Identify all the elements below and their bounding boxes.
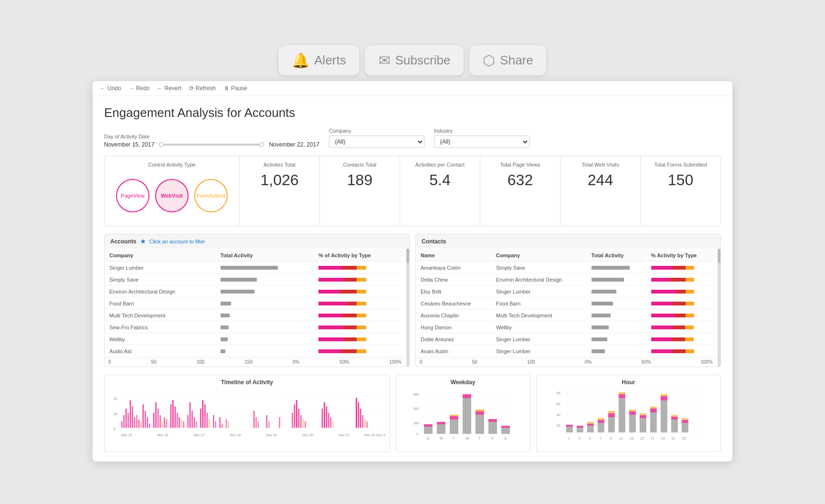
svg-rect-58 xyxy=(296,400,297,428)
table-row[interactable]: Singer Lumber xyxy=(106,262,404,273)
svg-rect-142 xyxy=(629,410,635,411)
page-views-card: Total Page Views 632 xyxy=(480,156,561,226)
contacts-total-card: Contacts Total 189 xyxy=(320,156,400,226)
alerts-button[interactable]: 🔔 Alerts xyxy=(278,45,359,75)
activities-per-contact-title: Activities per Contact xyxy=(408,162,472,168)
svg-rect-153 xyxy=(671,417,677,420)
svg-rect-132 xyxy=(597,420,604,423)
svg-text:9: 9 xyxy=(610,437,612,440)
date-filter-label: Day of Activity Date xyxy=(104,134,319,139)
date-start: November 15, 2017 xyxy=(104,141,154,148)
svg-rect-126 xyxy=(576,428,583,432)
svg-rect-62 xyxy=(305,421,306,427)
svg-rect-56 xyxy=(292,413,293,428)
table-row[interactable]: Amankaya ColónSimply Save xyxy=(417,262,716,273)
refresh-icon: ⟳ xyxy=(189,85,194,92)
svg-rect-143 xyxy=(639,418,646,432)
svg-text:11: 11 xyxy=(619,437,623,440)
share-icon: ⬡ xyxy=(483,52,495,69)
table-row[interactable]: Food Barn xyxy=(106,298,404,309)
svg-rect-29 xyxy=(174,406,176,428)
revert-button[interactable]: ← Revert xyxy=(157,85,181,92)
svg-rect-6 xyxy=(121,421,123,427)
svg-text:Nov 17: Nov 17 xyxy=(194,433,205,437)
refresh-button[interactable]: ⟳ Refresh xyxy=(189,85,216,92)
table-row[interactable]: Simply Save xyxy=(106,274,404,285)
accounts-table: Company Total Activity % of Activity by … xyxy=(105,249,405,358)
accounts-click-filter[interactable]: Click an account to filter xyxy=(149,239,205,244)
table-row[interactable]: Wellby xyxy=(106,334,404,345)
table-row[interactable]: Hung DamonWellby xyxy=(417,322,716,333)
svg-text:13: 13 xyxy=(629,437,633,440)
svg-rect-70 xyxy=(358,402,360,428)
webvisit-circle[interactable]: WebVisit xyxy=(155,179,189,212)
table-row[interactable]: Environ Architectural Design xyxy=(106,286,404,297)
svg-rect-39 xyxy=(200,409,201,428)
top-action-buttons: 🔔 Alerts ✉ Subscribe ⬡ Share xyxy=(278,45,546,75)
accounts-scrollbar[interactable] xyxy=(406,249,409,367)
page-views-value: 632 xyxy=(488,171,552,189)
svg-rect-57 xyxy=(294,404,296,428)
industry-filter-label: Industry xyxy=(434,128,529,134)
formsubmit-circle[interactable]: FormSubmit xyxy=(194,179,228,212)
undo-button[interactable]: ← Undo xyxy=(100,85,121,92)
svg-rect-16 xyxy=(142,404,144,428)
activities-total-title: Activites Total xyxy=(247,162,312,168)
share-button[interactable]: ⬡ Share xyxy=(469,45,546,75)
svg-rect-36 xyxy=(191,410,193,428)
svg-rect-44 xyxy=(213,415,214,428)
table-row[interactable]: Multi Tech Development xyxy=(106,310,404,321)
svg-text:W: W xyxy=(465,436,469,441)
company-select[interactable]: (All) xyxy=(329,136,424,148)
svg-text:Nov 23: Nov 23 xyxy=(376,433,386,437)
contacts-scrollbar[interactable] xyxy=(718,249,720,367)
svg-rect-74 xyxy=(366,421,368,427)
svg-text:19: 19 xyxy=(661,437,665,440)
col-name: Name xyxy=(417,250,491,262)
table-row[interactable]: Anais AubinSinger Lumber xyxy=(417,346,716,357)
svg-rect-51 xyxy=(255,417,257,428)
svg-text:80: 80 xyxy=(556,391,560,395)
redo-button[interactable]: → Redo xyxy=(129,85,150,92)
svg-rect-129 xyxy=(587,424,593,426)
contacts-total-value: 189 xyxy=(328,171,392,189)
svg-rect-71 xyxy=(360,409,361,428)
timeline-svg: 20 10 0 xyxy=(108,388,386,446)
table-row[interactable]: Ausonia ChaplinMulti Tech Development xyxy=(417,310,716,321)
table-row[interactable]: Audio Aid xyxy=(106,346,404,357)
svg-text:S: S xyxy=(427,436,429,441)
pause-button[interactable]: ⏸ Pause xyxy=(223,85,247,92)
svg-rect-35 xyxy=(190,402,191,428)
svg-rect-96 xyxy=(450,420,458,434)
table-row[interactable]: Elsy BrittSinger Lumber xyxy=(417,286,716,297)
svg-text:23: 23 xyxy=(682,437,686,440)
svg-rect-103 xyxy=(476,410,484,411)
svg-rect-20 xyxy=(153,413,155,428)
weekday-title: Weekday xyxy=(400,379,526,386)
svg-text:Nov 22: Nov 22 xyxy=(364,433,375,437)
svg-rect-150 xyxy=(660,396,667,400)
subscribe-button[interactable]: ✉ Subscribe xyxy=(365,45,464,75)
filters-row: Day of Activity Date November 15, 2017 N… xyxy=(104,128,721,148)
redo-arrow-icon: → xyxy=(129,85,134,91)
industry-select[interactable]: (All) xyxy=(434,136,529,148)
activities-total-card: Activites Total 1,026 xyxy=(240,156,320,226)
svg-text:Nov 16: Nov 16 xyxy=(158,433,169,437)
svg-text:0: 0 xyxy=(114,427,116,430)
svg-rect-69 xyxy=(356,398,357,428)
svg-text:300: 300 xyxy=(413,393,419,396)
svg-text:20: 20 xyxy=(114,397,117,401)
table-row[interactable]: Cesáreo BeauchesneFood Barn xyxy=(417,298,716,309)
table-row[interactable]: Sew-Fro Fabrics xyxy=(106,322,404,333)
share-label: Share xyxy=(500,53,533,68)
svg-text:M: M xyxy=(440,436,443,441)
table-row[interactable]: Delta ChewEnviron Architectural Design xyxy=(417,274,716,285)
company-filter-label: Company xyxy=(329,128,424,134)
pageview-circle[interactable]: PageView xyxy=(116,179,149,212)
date-slider[interactable] xyxy=(159,144,264,146)
svg-rect-63 xyxy=(322,409,323,428)
svg-rect-145 xyxy=(639,413,646,415)
hour-svg: 80 60 40 20 xyxy=(540,388,717,446)
svg-rect-55 xyxy=(279,417,280,428)
table-row[interactable]: Dollie AntunezSinger Lumber xyxy=(417,334,716,345)
